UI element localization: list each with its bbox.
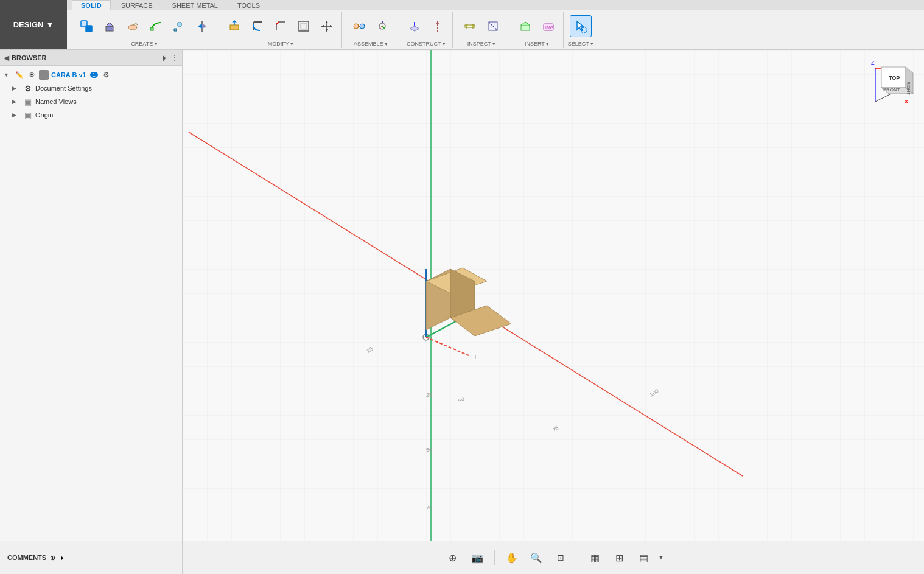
- revolve-tool[interactable]: [122, 15, 144, 37]
- tab-sheet-metal[interactable]: SHEET METAL: [163, 0, 227, 10]
- extrude-tool[interactable]: [99, 15, 121, 37]
- tree-item-document-settings[interactable]: ▶ ⚙ Document Settings: [0, 82, 182, 95]
- browser-content: ▼ ✏️ 👁 CARA B v1 1 ⚙ ▶ ⚙ Document Settin…: [0, 66, 182, 541]
- bottom-fit-tool[interactable]: ⊡: [551, 548, 570, 567]
- chamfer-tool[interactable]: [270, 15, 292, 37]
- fillet-tool[interactable]: [247, 15, 268, 37]
- tool-group-construct: CONSTRUCT ▾: [400, 12, 453, 48]
- mirror-tool[interactable]: [191, 15, 213, 37]
- doc-settings-gear-icon: ⚙: [23, 83, 33, 93]
- bottom-display-mode-tool[interactable]: ▤: [634, 548, 654, 567]
- root-arrow[interactable]: ▼: [4, 72, 12, 78]
- svg-marker-16: [321, 25, 324, 27]
- move-tool[interactable]: [316, 15, 338, 37]
- view-cube[interactable]: Z X TOP FRONT RIGHT: [863, 56, 918, 111]
- browser-root-item[interactable]: ▼ ✏️ 👁 CARA B v1 1 ⚙: [0, 68, 182, 82]
- tool-group-label-modify: MODIFY ▾: [220, 41, 341, 47]
- bottom-origin-tool[interactable]: ⊕: [443, 548, 463, 567]
- svg-marker-15: [326, 29, 328, 32]
- comments-pin-icon[interactable]: ⏵: [59, 554, 66, 561]
- svg-marker-6: [174, 29, 177, 31]
- viewport[interactable]: 25 50 75 100 25 50 75 +: [183, 50, 924, 541]
- design-chevron: ▼: [46, 20, 54, 29]
- named-views-folder-icon: ▣: [23, 97, 33, 107]
- tool-group-label-select: SELECT ▾: [566, 41, 595, 47]
- tab-tools[interactable]: TOOLS: [228, 0, 269, 10]
- bottom-toolbar: ⊕ 📷 ✋ 🔍 ⊡ ▦ ⊞ ▤ ▼: [183, 541, 924, 574]
- svg-marker-25: [410, 26, 419, 31]
- svg-marker-7: [178, 23, 181, 26]
- bottom-zoom-tool[interactable]: 🔍: [527, 548, 546, 567]
- svg-text:25: 25: [426, 392, 432, 398]
- design-label: DESIGN: [13, 20, 44, 29]
- tool-group-label-assemble: ASSEMBLE ▾: [345, 41, 397, 47]
- tool-group-assemble: ASSEMBLE ▾: [345, 12, 397, 48]
- tool-group-label-create: CREATE ▾: [72, 41, 217, 47]
- svg-marker-9: [198, 24, 202, 29]
- browser-collapse-icon[interactable]: ◀: [4, 54, 9, 62]
- section-analysis-tool[interactable]: [482, 15, 504, 37]
- svg-rect-2: [106, 26, 113, 31]
- svg-text:TOP: TOP: [889, 75, 900, 81]
- sweep-tool[interactable]: [145, 15, 167, 37]
- select-tool[interactable]: [570, 15, 592, 37]
- browser-header: ◀ BROWSER ⏵ ⋮: [0, 50, 182, 66]
- new-body-tool[interactable]: [75, 15, 97, 37]
- root-badge: 1: [90, 72, 98, 78]
- loft-tool[interactable]: [168, 15, 190, 37]
- svg-rect-11: [230, 25, 239, 30]
- svg-point-4: [128, 25, 137, 30]
- tree-item-origin[interactable]: ▶ ▣ Origin: [0, 108, 182, 122]
- svg-text:RIGHT: RIGHT: [906, 82, 911, 96]
- insert-mesh-tool[interactable]: [514, 15, 536, 37]
- bottom-grid-settings-tool[interactable]: ⊞: [610, 548, 629, 567]
- comments-section: COMMENTS ⊕ ⏵: [0, 541, 183, 574]
- svg-rect-38: [183, 50, 924, 541]
- root-settings-icon[interactable]: ⚙: [103, 71, 110, 79]
- bottom-display-arrow[interactable]: ▼: [659, 555, 664, 561]
- plane-tool[interactable]: [404, 15, 425, 37]
- named-views-arrow[interactable]: ▶: [12, 99, 21, 105]
- push-pull-tool[interactable]: [223, 15, 245, 37]
- doc-settings-arrow[interactable]: ▶: [12, 85, 21, 91]
- joint-origin-tool[interactable]: [371, 15, 393, 37]
- joint-tool[interactable]: [348, 15, 370, 37]
- svg-marker-14: [326, 21, 328, 23]
- bottom-display-settings-tool[interactable]: ▦: [586, 548, 605, 567]
- comments-label: COMMENTS: [7, 554, 46, 561]
- top-bar: DESIGN ▼ SOLIDSURFACESHEET METALTOOLS CR…: [0, 0, 924, 50]
- svg-rect-5: [150, 27, 153, 30]
- svg-text:Z: Z: [871, 60, 875, 66]
- measure-tool[interactable]: [459, 15, 481, 37]
- root-body-icon: [39, 70, 49, 80]
- svg-rect-29: [465, 25, 475, 27]
- design-button[interactable]: DESIGN ▼: [0, 0, 67, 49]
- tab-solid[interactable]: SOLID: [72, 0, 111, 10]
- shell-tool[interactable]: [293, 15, 315, 37]
- svg-line-24: [380, 26, 382, 29]
- tree-item-named-views[interactable]: ▶ ▣ Named Views: [0, 95, 182, 108]
- root-eye-icon[interactable]: 👁: [27, 70, 37, 80]
- toolbar-area: SOLIDSURFACESHEET METALTOOLS CREATE ▾MOD…: [67, 0, 924, 49]
- tool-group-label-inspect: INSPECT ▾: [455, 41, 508, 47]
- tool-group-label-construct: CONSTRUCT ▾: [400, 41, 452, 47]
- svg-text:FRONT: FRONT: [883, 87, 900, 93]
- origin-arrow[interactable]: ▶: [12, 112, 21, 118]
- bottom-capture-tool[interactable]: 📷: [467, 548, 487, 567]
- axis-tool[interactable]: [427, 15, 449, 37]
- tool-group-insert: IMGINSERT ▾: [511, 12, 564, 48]
- browser-pin-icon[interactable]: ⏵: [161, 54, 169, 62]
- decal-tool[interactable]: IMG: [537, 15, 559, 37]
- tool-group-label-insert: INSERT ▾: [511, 41, 563, 47]
- bottom-pan-tool[interactable]: ✋: [502, 548, 522, 567]
- origin-label: Origin: [35, 111, 53, 119]
- tab-surface[interactable]: SURFACE: [112, 0, 162, 10]
- root-pencil-icon: ✏️: [15, 70, 24, 80]
- doc-settings-label: Document Settings: [35, 85, 92, 92]
- tool-group-inspect: INSPECT ▾: [455, 12, 508, 48]
- browser-title: BROWSER: [12, 54, 159, 61]
- browser-menu-icon[interactable]: ⋮: [171, 54, 178, 62]
- tool-group-select: SELECT ▾: [566, 12, 595, 48]
- comments-add-icon[interactable]: ⊕: [50, 554, 55, 562]
- svg-marker-10: [202, 24, 206, 29]
